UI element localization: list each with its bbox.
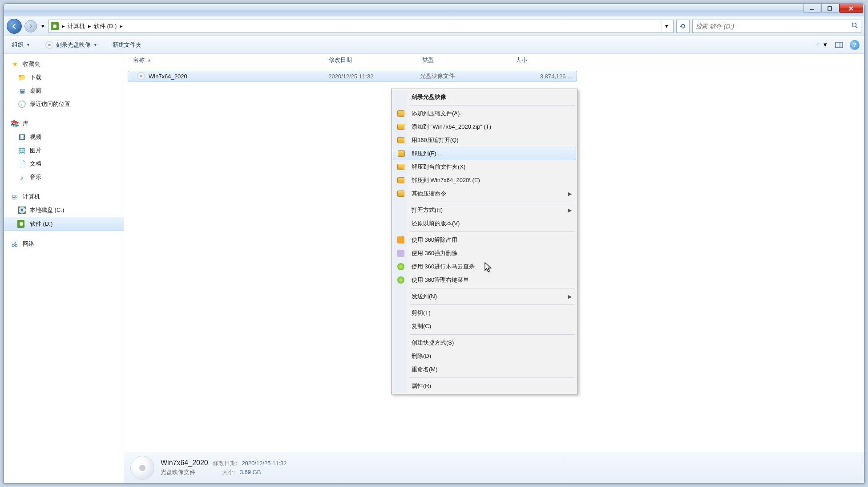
column-size[interactable]: 大小 — [511, 54, 582, 66]
burn-image-button[interactable]: 刻录光盘映像 ▼ — [42, 39, 101, 51]
sidebar-item-documents[interactable]: 📄 文档 — [4, 157, 124, 170]
menu-360-context-menu[interactable]: 使用 360管理右键菜单 — [393, 273, 576, 287]
menu-other-zip[interactable]: 其他压缩命令▶ — [393, 187, 576, 200]
desktop-icon: 🖥 — [17, 86, 26, 95]
address-bar[interactable]: ▸ 计算机 ▸ 软件 (D:) ▸ ▾ — [48, 20, 674, 33]
archive-icon — [396, 189, 405, 198]
archive-icon — [396, 136, 405, 145]
sidebar-item-pictures[interactable]: 🖼 图片 — [4, 144, 124, 157]
sidebar-item-recent[interactable]: 🕘 最近访问的位置 — [4, 97, 124, 111]
sidebar-item-label: 桌面 — [30, 87, 41, 95]
sidebar-item-label: 最近访问的位置 — [30, 100, 70, 108]
menu-360-trojan-scan[interactable]: 使用 360进行木马云查杀 — [393, 260, 576, 273]
sidebar-favorites[interactable]: ★ 收藏夹 — [4, 57, 124, 71]
star-icon: ★ — [10, 60, 19, 69]
library-icon: 📚 — [10, 119, 19, 128]
sidebar-item-music[interactable]: ♪ 音乐 — [4, 170, 124, 184]
context-menu: 刻录光盘映像 添加到压缩文件(A)... 添加到 "Win7x64_2020.z… — [391, 89, 578, 394]
music-icon: ♪ — [17, 173, 26, 182]
chevron-right-icon[interactable]: ▸ — [87, 22, 92, 30]
file-row[interactable]: Win7x64_2020 2020/12/25 11:32 光盘映像文件 3,8… — [128, 71, 577, 81]
column-label: 修改日期 — [329, 56, 352, 64]
svg-rect-6 — [817, 43, 818, 44]
nav-history-dropdown[interactable]: ▾ — [40, 22, 46, 31]
menu-properties[interactable]: 属性(R) — [393, 379, 576, 393]
menu-open-with-360zip[interactable]: 用360压缩打开(Q) — [393, 134, 576, 147]
close-button[interactable] — [839, 4, 863, 13]
sidebar-item-drive-c[interactable]: 💽 本地磁盘 (C:) — [4, 203, 124, 217]
menu-separator — [410, 334, 575, 335]
sidebar-item-drive-d[interactable]: 软件 (D:) — [4, 217, 124, 231]
menu-add-to-archive[interactable]: 添加到压缩文件(A)... — [393, 107, 576, 120]
burn-label: 刻录光盘映像 — [56, 41, 91, 49]
network-icon: 🖧 — [10, 239, 19, 248]
menu-add-to-zip[interactable]: 添加到 "Win7x64_2020.zip" (T) — [393, 120, 576, 134]
help-button[interactable]: ? — [850, 40, 860, 50]
maximize-button[interactable] — [821, 4, 838, 13]
back-button[interactable] — [7, 19, 22, 34]
menu-separator — [410, 288, 575, 288]
sort-indicator-icon: ▲ — [147, 58, 151, 62]
content-area: 名称 ▲ 修改日期 类型 大小 Win7x64_2020 2020/12/25 … — [124, 54, 864, 483]
view-mode-button[interactable]: ▼ — [816, 39, 828, 51]
sidebar-libraries[interactable]: 📚 库 — [4, 117, 124, 130]
details-type: 光盘映像文件 — [161, 468, 195, 476]
details-title: Win7x64_2020 — [161, 459, 208, 467]
toolbar: 组织 ▼ 刻录光盘映像 ▼ 新建文件夹 ▼ ? — [4, 36, 864, 54]
menu-send-to[interactable]: 发送到(N)▶ — [393, 290, 576, 303]
sidebar-item-label: 软件 (D:) — [30, 220, 52, 228]
organize-button[interactable]: 组织 ▼ — [8, 39, 34, 51]
menu-copy[interactable]: 复制(C) — [393, 320, 576, 333]
breadcrumb-computer[interactable]: 计算机 — [66, 22, 87, 30]
column-label: 名称 — [133, 56, 145, 64]
sidebar-item-desktop[interactable]: 🖥 桌面 — [4, 84, 124, 97]
drive-icon — [51, 22, 59, 30]
menu-delete[interactable]: 删除(D) — [393, 349, 576, 363]
details-size: 3.69 GB — [240, 469, 261, 475]
chevron-right-icon[interactable]: ▸ — [61, 22, 66, 30]
address-dropdown[interactable]: ▾ — [662, 20, 671, 32]
column-date[interactable]: 修改日期 — [324, 54, 418, 66]
menu-360-force-delete[interactable]: 使用 360强力删除 — [393, 247, 576, 260]
sidebar-item-label: 本地磁盘 (C:) — [30, 206, 64, 214]
sidebar-item-label: 图片 — [30, 146, 41, 154]
sidebar-item-videos[interactable]: 🎞 视频 — [4, 130, 124, 144]
sidebar-item-label: 下载 — [30, 73, 41, 81]
menu-extract-here[interactable]: 解压到当前文件夹(X) — [393, 160, 576, 174]
menu-create-shortcut[interactable]: 创建快捷方式(S) — [393, 336, 576, 349]
column-type[interactable]: 类型 — [418, 54, 511, 66]
search-input[interactable] — [695, 23, 851, 30]
file-list[interactable]: Win7x64_2020 2020/12/25 11:32 光盘映像文件 3,8… — [124, 66, 864, 452]
search-box[interactable] — [692, 20, 861, 33]
document-icon: 📄 — [17, 159, 26, 168]
chevron-down-icon: ▼ — [822, 41, 828, 48]
sidebar-item-label: 视频 — [30, 133, 41, 141]
breadcrumb-current[interactable]: 软件 (D:) — [92, 22, 118, 30]
menu-separator — [410, 304, 575, 305]
menu-restore-previous[interactable]: 还原以前的版本(V) — [393, 217, 576, 230]
new-folder-button[interactable]: 新建文件夹 — [109, 39, 145, 51]
sidebar-network[interactable]: 🖧 网络 — [4, 237, 124, 251]
details-size-label: 大小: — [222, 468, 235, 476]
menu-360-unlock[interactable]: 使用 360解除占用 — [393, 233, 576, 247]
menu-open-with[interactable]: 打开方式(H)▶ — [393, 203, 576, 217]
menu-extract-to[interactable]: 解压到(F)... — [393, 147, 576, 160]
drive-icon: 💽 — [17, 206, 26, 215]
file-name: Win7x64_2020 — [149, 73, 187, 80]
details-date: 2020/12/25 11:32 — [242, 460, 287, 467]
sidebar-item-label: 文档 — [30, 160, 41, 168]
forward-button[interactable] — [24, 20, 37, 32]
iso-file-icon — [130, 456, 154, 480]
chevron-down-icon: ▼ — [26, 43, 30, 47]
minimize-button[interactable] — [803, 4, 820, 13]
column-name[interactable]: 名称 ▲ — [124, 54, 324, 66]
preview-pane-button[interactable] — [833, 39, 845, 51]
refresh-button[interactable] — [676, 20, 690, 33]
menu-burn-image[interactable]: 刻录光盘映像 — [393, 90, 576, 104]
sidebar-item-downloads[interactable]: 📁 下载 — [4, 71, 124, 84]
chevron-right-icon[interactable]: ▸ — [118, 22, 124, 30]
sidebar-computer[interactable]: 🖳 计算机 — [4, 190, 124, 203]
menu-extract-to-named[interactable]: 解压到 Win7x64_2020\ (E) — [393, 174, 576, 187]
menu-rename[interactable]: 重命名(M) — [393, 363, 576, 376]
menu-cut[interactable]: 剪切(T) — [393, 306, 576, 320]
